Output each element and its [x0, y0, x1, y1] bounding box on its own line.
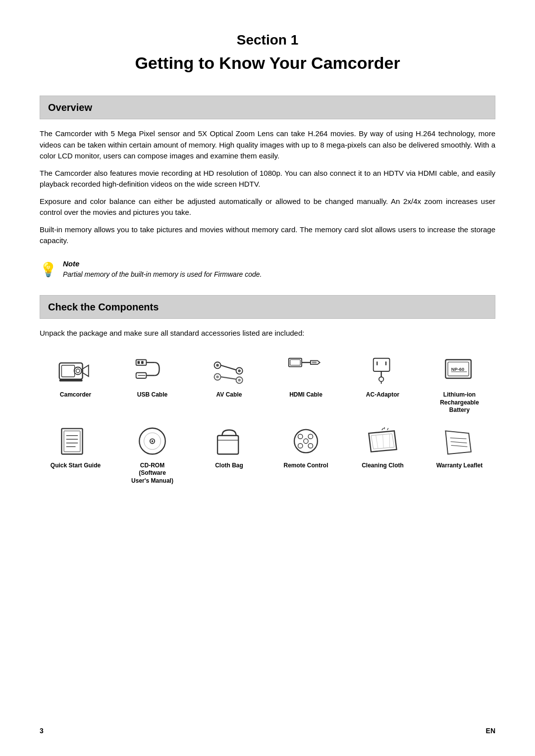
hdmi-cable-icon [286, 353, 326, 388]
camcorder-label: Camcorder [60, 391, 91, 399]
note-text: Partial memory of the built-in memory is… [63, 269, 262, 280]
svg-point-17 [238, 369, 241, 372]
overview-para-1: The Camcorder with 5 Mega Pixel sensor a… [40, 128, 495, 162]
battery-icon: NP-60 [440, 353, 480, 388]
battery-label: Lithium-ion Rechargeable Battery [440, 391, 479, 414]
overview-para-3: Exposure and color balance can either be… [40, 196, 495, 218]
svg-line-63 [451, 442, 467, 443]
note-icon: 💡 [40, 259, 57, 280]
svg-line-61 [387, 428, 388, 430]
overview-heading: Overview [40, 96, 495, 119]
cloth-bag-icon [210, 424, 249, 459]
svg-line-20 [221, 377, 236, 379]
ac-adaptor-icon [363, 353, 403, 388]
cleaning-cloth-label: Cleaning Cloth [362, 462, 404, 470]
svg-point-22 [238, 378, 241, 381]
remote-label: Remote Control [284, 462, 328, 470]
component-usb-cable: USB Cable [116, 353, 188, 414]
svg-line-62 [450, 438, 467, 439]
page-header: Section 1 Getting to Know Your Camcorder [40, 30, 495, 76]
page-footer: 3 EN [0, 726, 535, 736]
components-grid: Camcorder USB Cable [40, 353, 495, 485]
svg-point-32 [379, 377, 383, 381]
svg-line-64 [451, 446, 468, 447]
overview-para-4: Built-in memory allows you to take pictu… [40, 224, 495, 247]
component-remote: Remote Control [270, 424, 342, 485]
svg-text:NP-60: NP-60 [451, 367, 465, 372]
camcorder-icon [56, 353, 96, 388]
component-camcorder: Camcorder [40, 353, 111, 414]
warranty-label: Warranty Leaflet [436, 462, 483, 470]
svg-point-19 [216, 375, 219, 378]
svg-point-51 [298, 434, 303, 439]
component-battery: NP-60 Lithium-ion Rechargeable Battery [424, 353, 495, 414]
svg-point-53 [298, 444, 303, 448]
svg-point-47 [152, 440, 154, 442]
quick-start-label: Quick Start Guide [51, 462, 101, 470]
svg-point-14 [216, 363, 219, 366]
cleaning-cloth-icon [363, 424, 403, 459]
component-hdmi-cable: HDMI Cable [270, 353, 342, 414]
svg-rect-24 [290, 359, 301, 365]
ac-adaptor-label: AC-Adaptor [366, 391, 399, 399]
component-ac-adaptor: AC-Adaptor [347, 353, 419, 414]
svg-rect-7 [138, 361, 140, 364]
note-box: 💡 Note Partial memory of the built-in me… [40, 258, 495, 280]
section-title: Getting to Know Your Camcorder [40, 50, 495, 76]
svg-line-57 [383, 434, 384, 449]
svg-rect-5 [59, 379, 83, 381]
components-section: Check the Components Unpack the package … [40, 295, 495, 485]
components-heading: Check the Components [40, 295, 495, 319]
note-title: Note [63, 258, 262, 270]
warranty-icon [440, 424, 480, 459]
svg-marker-4 [83, 365, 89, 376]
cloth-bag-label: Cloth Bag [215, 462, 243, 470]
note-content: Note Partial memory of the built-in memo… [63, 258, 262, 280]
overview-para-2: The Camcorder also features movie record… [40, 168, 495, 190]
svg-rect-38 [61, 429, 82, 454]
component-av-cable: AV Cable [193, 353, 265, 414]
svg-rect-48 [217, 436, 238, 454]
svg-rect-28 [374, 358, 390, 371]
svg-point-2 [74, 367, 82, 374]
page-number: 3 [40, 726, 44, 736]
hdmi-cable-label: HDMI Cable [289, 391, 322, 399]
svg-rect-8 [141, 361, 144, 364]
component-cloth-bag: Cloth Bag [193, 424, 265, 485]
component-warranty: Warranty Leaflet [424, 424, 495, 485]
svg-point-52 [308, 434, 313, 439]
locale-label: EN [486, 726, 495, 736]
svg-rect-39 [64, 431, 80, 452]
quick-start-icon [56, 424, 96, 459]
overview-section: Overview The Camcorder with 5 Mega Pixel… [40, 96, 495, 280]
av-cable-icon [210, 353, 249, 388]
section-label: Section 1 [40, 30, 495, 50]
remote-icon [286, 424, 326, 459]
svg-point-50 [294, 430, 318, 453]
usb-cable-label: USB Cable [137, 391, 167, 399]
svg-point-55 [304, 439, 308, 444]
svg-point-3 [76, 369, 80, 373]
components-intro: Unpack the package and make sure all sta… [40, 328, 495, 339]
av-cable-label: AV Cable [216, 391, 242, 399]
component-cd-rom: CD-ROM (Software User's Manual) [116, 424, 188, 485]
component-cleaning-cloth: Cleaning Cloth [347, 424, 419, 485]
svg-line-56 [375, 435, 378, 449]
cd-rom-icon [133, 424, 172, 459]
component-quick-start: Quick Start Guide [40, 424, 111, 485]
svg-line-15 [221, 365, 236, 369]
cd-rom-label: CD-ROM (Software User's Manual) [131, 462, 173, 485]
svg-rect-1 [61, 365, 74, 376]
usb-cable-icon [133, 353, 172, 388]
svg-point-54 [308, 444, 313, 448]
svg-line-59 [382, 428, 384, 430]
overview-paragraphs: The Camcorder with 5 Mega Pixel sensor a… [40, 128, 495, 247]
